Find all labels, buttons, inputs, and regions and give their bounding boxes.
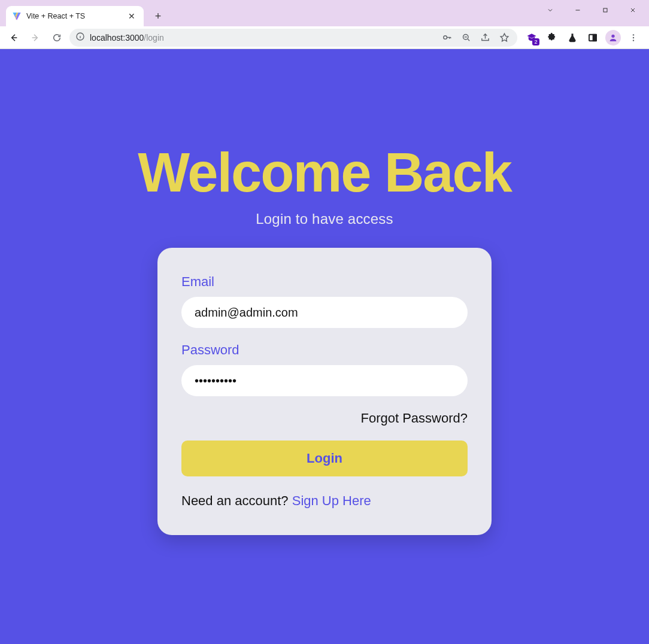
side-panel-icon[interactable] — [584, 29, 601, 46]
window-close-button[interactable] — [619, 1, 647, 19]
window-controls — [536, 0, 649, 26]
profile-avatar[interactable] — [605, 29, 621, 46]
signup-row: Need an account? Sign Up Here — [181, 493, 468, 509]
tab-close-icon[interactable]: ✕ — [126, 10, 138, 22]
password-key-icon[interactable] — [439, 31, 454, 45]
extensions-area: 2 — [521, 29, 644, 46]
login-button[interactable]: Login — [181, 441, 468, 476]
vite-favicon-icon — [12, 11, 22, 21]
svg-line-14 — [468, 39, 469, 41]
forgot-password-link[interactable]: Forgot Password? — [360, 411, 468, 426]
page-title: Welcome Back — [138, 145, 511, 200]
site-info-icon[interactable] — [75, 32, 85, 43]
password-field-group: Password — [181, 342, 468, 396]
hero-section: Welcome Back Login to have access — [138, 145, 511, 227]
nav-reload-button[interactable] — [48, 29, 66, 47]
login-card: Email Password Forgot Password? Login Ne… — [157, 248, 492, 535]
nav-back-button[interactable] — [5, 29, 23, 47]
svg-point-22 — [633, 34, 634, 35]
browser-chrome: Vite + React + TS ✕ + — [0, 0, 649, 49]
svg-point-21 — [611, 34, 614, 37]
email-label: Email — [181, 274, 468, 290]
window-maximize-button[interactable] — [592, 1, 619, 19]
tab-strip: Vite + React + TS ✕ + — [6, 0, 166, 26]
svg-rect-20 — [593, 34, 596, 41]
address-bar[interactable]: localhost:3000/login — [69, 29, 517, 47]
tab-search-button[interactable] — [536, 1, 564, 19]
svg-rect-1 — [603, 8, 607, 12]
nav-forward-button[interactable] — [26, 29, 44, 47]
password-input[interactable] — [181, 365, 468, 396]
svg-point-23 — [633, 37, 634, 38]
extensions-puzzle-icon[interactable] — [544, 29, 560, 46]
signup-prompt: Need an account? — [181, 493, 292, 508]
svg-point-9 — [443, 36, 447, 40]
signup-link[interactable]: Sign Up Here — [292, 493, 371, 508]
browser-toolbar: localhost:3000/login 2 — [0, 26, 649, 49]
bookmark-star-icon[interactable] — [497, 31, 511, 45]
tab-title: Vite + React + TS — [26, 12, 121, 20]
plus-icon: + — [155, 10, 162, 23]
avatar-icon — [605, 30, 621, 45]
forgot-password-row: Forgot Password? — [181, 411, 468, 426]
browser-tab[interactable]: Vite + React + TS ✕ — [6, 6, 144, 26]
email-field-group: Email — [181, 274, 468, 328]
url-host: localhost:3000 — [90, 33, 144, 42]
browser-menu-button[interactable] — [625, 29, 642, 46]
svg-marker-17 — [501, 34, 508, 41]
titlebar: Vite + React + TS ✕ + — [0, 0, 649, 26]
window-minimize-button[interactable] — [564, 1, 592, 19]
extension-flask-icon[interactable] — [564, 29, 581, 46]
new-tab-button[interactable]: + — [150, 8, 166, 25]
page-viewport: Welcome Back Login to have access Email … — [0, 49, 649, 644]
page-subtitle: Login to have access — [138, 211, 511, 227]
extension-graduation-icon[interactable]: 2 — [523, 29, 540, 46]
extension-badge: 2 — [532, 38, 539, 45]
svg-point-24 — [633, 40, 634, 41]
url-text: localhost:3000/login — [90, 33, 435, 42]
zoom-icon[interactable] — [459, 31, 473, 45]
share-icon[interactable] — [478, 31, 492, 45]
url-path: /login — [144, 33, 163, 42]
password-label: Password — [181, 342, 468, 358]
email-input[interactable] — [181, 297, 468, 328]
